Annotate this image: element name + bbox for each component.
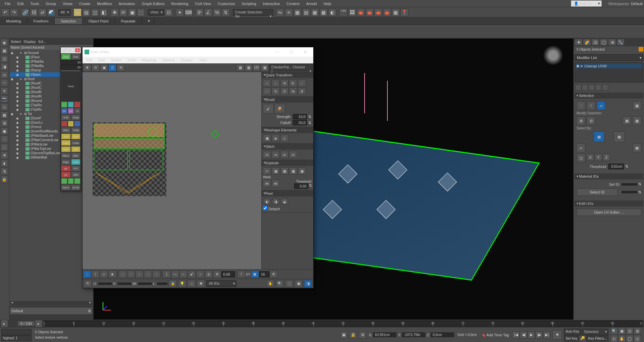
fov-button[interactable]: ◴ [610,335,618,342]
maximize-button[interactable]: ☐ [285,50,297,54]
aux-relax-button[interactable]: Relax [61,140,71,146]
stack-item-unwrap[interactable]: ◉▸Unwrap UVW [576,63,642,68]
uv-soft2-button[interactable]: ◎ [205,271,213,278]
aux-512-button[interactable]: 512 [71,165,81,171]
aux-close-button[interactable]: × [75,48,80,52]
uv-showall-button[interactable]: ✺ [197,280,205,287]
angle-snap-button[interactable]: ∠ [204,8,212,16]
render-iter-button[interactable]: 🫖 [374,8,382,16]
zoom-ext-button[interactable]: ⊡ [626,327,633,335]
visibility-icon[interactable]: ◉ [16,73,20,76]
qt-rot-90-button[interactable]: ↺ [280,88,288,95]
aux-s-button[interactable]: S [74,108,80,114]
motion-tab[interactable]: ◯ [600,39,608,46]
render-button[interactable]: 🫖 [357,8,365,16]
grow-button[interactable]: ⊞ [577,116,585,125]
keyfilters-button[interactable]: Key Filters... [586,336,608,341]
selectid-spinner[interactable] [622,191,637,193]
goto-end-button[interactable]: ▶| [543,331,550,339]
weld-threshold-spinner[interactable]: 0,01 [294,183,308,189]
uv-move-button[interactable]: ✥ [83,64,91,71]
menu-help[interactable]: Help [320,0,335,7]
uv-align2-button[interactable]: — [171,271,179,278]
redo-button[interactable]: ↷ [10,8,18,16]
expand-icon[interactable]: ▾ [20,112,23,116]
peel-button[interactable]: ◑ [272,198,280,205]
vertex-subobj-button[interactable]: ⋮ [577,101,585,110]
break-button[interactable]: ✂ [263,167,271,175]
uv-align1-button[interactable]: | [163,271,171,278]
uv-tv4-button[interactable]: ▫ [144,271,152,278]
next-frame-button[interactable]: |▶ [535,331,543,339]
qt-align-right-button[interactable]: ⫸ [289,79,297,87]
maxscript-listener[interactable]: highest: 1 [1,335,32,341]
pan-view-button[interactable]: ✋ [618,335,626,342]
visibility-icon[interactable]: ◉ [16,152,20,155]
flatten-smg-button[interactable]: ▦ [298,167,306,175]
brush-falloff-spinner[interactable]: 20,0 [293,120,307,125]
configure-sets-button[interactable] [602,84,608,91]
aux-256-button[interactable]: 256 [71,172,81,178]
time-ruler[interactable]: 0510152025303540455055606570758085909510… [44,321,643,327]
smoothing-group-button[interactable]: ▦ [633,144,641,152]
scale-button[interactable]: ▣ [128,8,136,16]
visibility-icon[interactable]: ◉ [16,56,20,59]
link-button[interactable]: 🔗 [21,8,29,16]
filter-lights-button[interactable]: ☀ [1,87,8,95]
aux-iron-button[interactable]: Iron [61,133,71,139]
uv-tv3-button[interactable]: ▫ [136,271,144,278]
visibility-icon[interactable]: ◉ [16,121,20,124]
uv-vert-button[interactable]: ⋮ [83,271,91,278]
select-element-button[interactable]: ▦ [594,131,604,142]
refcoord-dropdown[interactable]: View [148,9,164,16]
spinner-icon[interactable]: ⇅ [308,121,311,125]
ignore-backfacing-button[interactable]: ◫ [577,154,585,162]
show-result-button[interactable] [582,84,588,91]
visibility-icon[interactable]: ◉ [16,125,20,129]
modifier-stack[interactable]: ◉▸Unwrap UVW [575,62,643,82]
aux-y1-button[interactable] [68,121,74,127]
key-icon-button[interactable]: 🔑 [580,336,586,341]
uv-menu-options[interactable]: Options [159,57,177,63]
brush-strength-spinner[interactable]: 10,0 [293,114,307,119]
uv-allids-dropdown[interactable]: All IDs [206,280,236,287]
visibility-icon[interactable]: ◉ [16,147,20,151]
visibility-icon[interactable]: ◉ [11,51,15,55]
workspace-dropdown[interactable]: Default [631,2,643,6]
percent-snap-button[interactable]: % [213,8,221,16]
menu-animation[interactable]: Animation [115,0,139,7]
pin-stack-button[interactable] [575,84,581,91]
setkey-button[interactable]: Set Key [564,336,579,341]
filter-frozen-button[interactable]: ❄ [1,152,8,159]
uv-soft-button[interactable]: ○ [196,271,204,278]
qt-space-button[interactable]: ⋯ [263,88,271,95]
filter-hidden-button[interactable]: ◗ [1,160,8,167]
uv-elem-button[interactable]: ◈ [108,271,116,278]
aux-split-button[interactable]: Split [71,133,81,139]
mirror-button[interactable]: ⇋ [276,8,284,16]
pelt-button[interactable]: ◒ [280,198,288,205]
scene-select-menu[interactable]: Select [11,40,21,44]
stitch-tgt-button[interactable]: ⫘ [280,151,288,158]
stitch-avg-button[interactable]: ⫘ [272,151,280,158]
uv-mirror-button[interactable]: ⇋ [117,64,125,71]
selection-rollout-header[interactable]: Selection [575,93,643,99]
uv-snapval-field[interactable]: 16 [259,271,269,277]
aux-norm-button[interactable]: Norm [61,184,71,190]
stitch-header[interactable]: Stitch [262,144,313,150]
relax-brush-button[interactable]: 📦 [274,104,285,113]
filter-containers-button[interactable]: ⬚ [1,144,8,151]
qt-linear-button[interactable]: ⟋ [298,79,306,87]
menu-create[interactable]: Create [76,0,94,7]
visibility-icon[interactable]: ◉ [16,117,20,120]
threshold-spinner[interactable]: 0,01cm [608,164,624,169]
reshape-header[interactable]: Reshape Elements [262,127,313,133]
material-editor-button[interactable]: ◐ [328,8,336,16]
relax1-button[interactable]: ◈ [272,134,280,142]
tab-modeling[interactable]: Modeling [0,18,28,24]
qt-alignh-button[interactable]: ↔ [263,79,271,87]
z-axis-button[interactable]: Z [603,154,610,161]
ribbon-expand-button[interactable]: ▾ [142,18,154,24]
big-key-button[interactable]: ✚ [552,330,562,340]
sort-button[interactable]: ⇅ [1,168,8,175]
